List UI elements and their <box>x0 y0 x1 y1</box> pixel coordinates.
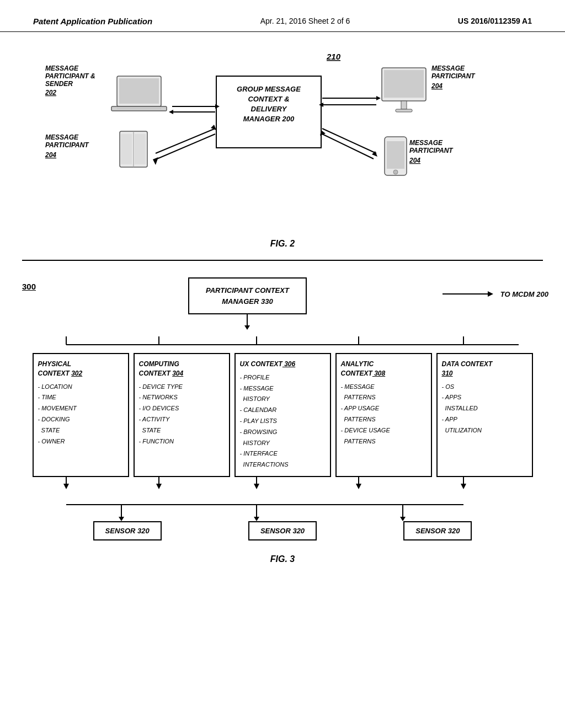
data-context-items: - OS - APPS INSTALLED - APP UTILIZATION <box>442 382 527 436</box>
svg-marker-26 <box>63 484 69 489</box>
svg-marker-18 <box>488 291 493 297</box>
fig2-section: 210 GROUP MESSAGE CONTEXT & DELIVERY MAN… <box>0 32 565 236</box>
tablet-device <box>120 131 147 167</box>
fig3-down-arrows-to-sensors <box>17 477 548 494</box>
svg-marker-34 <box>461 484 466 489</box>
svg-rect-5 <box>384 70 424 98</box>
svg-marker-30 <box>254 484 259 489</box>
sensor-box-3: SENSOR 320 <box>403 521 472 540</box>
svg-marker-28 <box>156 484 162 489</box>
fig2-participant-ml-label-2: PARTICIPANT <box>45 141 89 149</box>
fig3-context-area: PHYSICALCONTEXT 302 - LOCATION - TIME - … <box>17 336 548 494</box>
fig3-caption-container: FIG. 3 <box>17 554 548 564</box>
svg-point-14 <box>393 170 398 174</box>
fig2-sender-label-3: SENDER <box>45 80 73 88</box>
fig2-central-text-2: CONTEXT & <box>248 95 289 103</box>
fig3-connecting-lines-top <box>17 336 548 353</box>
sensor-box-1: SENSOR 320 <box>93 521 162 540</box>
header-date-sheet: Apr. 21, 2016 Sheet 2 of 6 <box>260 17 350 25</box>
fig2-central-text-3: DELIVERY <box>251 105 287 113</box>
computing-context-box: COMPUTINGCONTEXT 304 - DEVICE TYPE - NET… <box>134 353 230 477</box>
svg-marker-39 <box>254 517 259 521</box>
fig3-sensor-area: SENSOR 320 SENSOR 320 SENSOR 320 <box>17 499 548 540</box>
fig2-arrow-box-to-tablet <box>154 134 215 160</box>
laptop-device-sender <box>111 76 167 111</box>
fig2-sender-label-1: MESSAGE <box>45 65 79 72</box>
fig3-down-arrow-from-box <box>242 314 253 331</box>
header-patent-number: US 2016/0112359 A1 <box>458 17 532 25</box>
svg-rect-7 <box>396 109 412 112</box>
analytic-context-box: ANALYTICCONTEXT 308 - MESSAGE PATTERNS -… <box>335 353 432 477</box>
fig2-arrowhead-3 <box>376 96 381 100</box>
fig3-sensor-connection-svg <box>17 499 548 521</box>
fig2-participant-tr-ref: 204 <box>431 82 443 90</box>
fig2-participant-mr-ref: 204 <box>409 157 420 164</box>
desktop-device <box>382 68 426 112</box>
header-publication-text: Patent Application Publication <box>33 17 152 26</box>
page-header: Patent Application Publication Apr. 21, … <box>0 0 565 32</box>
data-context-box: DATA CONTEXT310 - OS - APPS INSTALLED - … <box>436 353 533 477</box>
sensor-box-2: SENSOR 320 <box>248 521 317 540</box>
computing-context-title: COMPUTINGCONTEXT 304 <box>139 360 225 378</box>
fig2-diagram: 210 GROUP MESSAGE CONTEXT & DELIVERY MAN… <box>34 43 531 236</box>
fig3-caption: FIG. 3 <box>270 554 295 564</box>
fig2-participant-mr-label-1: MESSAGE <box>409 139 443 147</box>
participant-context-title: PARTICIPANT CONTEXT <box>206 285 289 296</box>
svg-rect-11 <box>135 134 146 164</box>
analytic-context-items: - MESSAGE PATTERNS - APP USAGE PATTERNS … <box>341 382 427 447</box>
computing-context-items: - DEVICE TYPE - NETWORKS - I/O DEVICES -… <box>139 382 225 447</box>
ux-context-box: UX CONTEXT 306 - PROFILE - MESSAGE HISTO… <box>234 353 331 477</box>
svg-rect-1 <box>119 78 159 104</box>
sensor-boxes-row: SENSOR 320 SENSOR 320 SENSOR 320 <box>17 521 548 540</box>
fig2-participant-mr-label-2: PARTICIPANT <box>409 147 454 154</box>
fig2-participant-ml-label-1: MESSAGE <box>45 133 79 141</box>
fig3-center-group: PARTICIPANT CONTEXT MANAGER 330 <box>63 277 431 331</box>
fig2-arrow-phone-to-box <box>322 134 374 159</box>
svg-marker-16 <box>244 325 250 330</box>
ux-context-items: - PROFILE - MESSAGE HISTORY - CALENDAR -… <box>240 372 326 470</box>
fig2-participant-tr-label-2: PARTICIPANT <box>431 72 476 80</box>
participant-context-ref: MANAGER 330 <box>206 296 289 307</box>
fig3-section: 300 PARTICIPANT CONTEXT MANAGER 330 TO M… <box>0 272 565 570</box>
physical-context-title: PHYSICALCONTEXT 302 <box>38 360 124 378</box>
fig2-sender-label-2: PARTICIPANT & <box>45 72 95 80</box>
fig3-top-row: 300 PARTICIPANT CONTEXT MANAGER 330 TO M… <box>17 277 548 331</box>
fig2-arrowhead-2 <box>169 110 173 114</box>
fig2-caption: FIG. 2 <box>0 239 565 249</box>
to-mcdm-group: TO MCDM 200 <box>443 277 548 301</box>
data-context-title: DATA CONTEXT310 <box>442 360 527 378</box>
svg-marker-37 <box>119 517 124 521</box>
fig2-central-text-1: GROUP MESSAGE <box>237 85 301 93</box>
fig2-central-text-4: MANAGER 200 <box>243 115 295 123</box>
phone-device <box>385 137 407 175</box>
svg-marker-41 <box>400 517 406 521</box>
svg-marker-32 <box>356 484 361 489</box>
svg-rect-13 <box>387 141 404 169</box>
fig2-arrow-tablet-to-box <box>156 129 215 153</box>
physical-context-box: PHYSICALCONTEXT 302 - LOCATION - TIME - … <box>33 353 129 477</box>
svg-rect-10 <box>121 134 132 164</box>
to-mcdm-label: TO MCDM 200 <box>500 290 548 298</box>
physical-context-items: - LOCATION - TIME - MOVEMENT - DOCKING S… <box>38 382 124 447</box>
fig2-arrowhead-6 <box>153 157 158 165</box>
fig3-label-300: 300 <box>22 277 36 291</box>
fig2-participant-tr-label-1: MESSAGE <box>431 65 465 72</box>
participant-context-box: PARTICIPANT CONTEXT MANAGER 330 <box>188 277 307 314</box>
svg-rect-6 <box>401 101 407 109</box>
fig2-ref-210: 210 <box>326 52 341 61</box>
context-boxes-row: PHYSICALCONTEXT 302 - LOCATION - TIME - … <box>17 353 548 477</box>
analytic-context-title: ANALYTICCONTEXT 308 <box>341 360 427 378</box>
fig2-sender-ref: 202 <box>45 89 56 97</box>
to-mcdm-arrow-svg <box>443 287 498 301</box>
ux-context-title: UX CONTEXT 306 <box>240 360 326 369</box>
fig2-arrow-box-to-phone <box>322 129 376 153</box>
fig2-participant-ml-ref: 204 <box>45 151 56 159</box>
